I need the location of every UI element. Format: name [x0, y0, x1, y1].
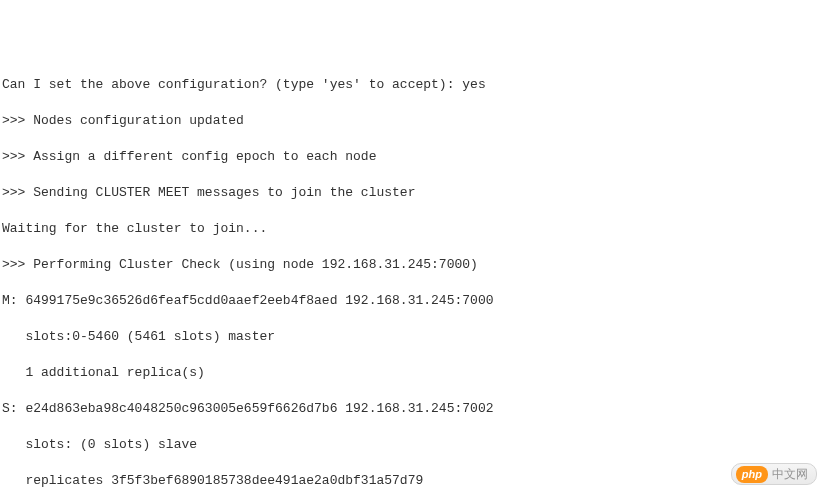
watermark-text: 中文网 [772, 465, 808, 483]
terminal-line: >>> Nodes configuration updated [2, 112, 825, 130]
terminal-line: Can I set the above configuration? (type… [2, 76, 825, 94]
terminal-line: replicates 3f5f3bef6890185738dee491ae2a0… [2, 472, 825, 490]
terminal-line: S: e24d863eba98c4048250c963005e659f6626d… [2, 400, 825, 418]
terminal-line: >>> Sending CLUSTER MEET messages to joi… [2, 184, 825, 202]
terminal-line: slots: (0 slots) slave [2, 436, 825, 454]
php-logo-icon: php [736, 466, 768, 483]
terminal-line: 1 additional replica(s) [2, 364, 825, 382]
terminal-line: M: 6499175e9c36526d6feaf5cdd0aaef2eeb4f8… [2, 292, 825, 310]
terminal-line: Waiting for the cluster to join... [2, 220, 825, 238]
watermark-badge: php 中文网 [731, 463, 817, 485]
terminal-line: >>> Assign a different config epoch to e… [2, 148, 825, 166]
terminal-line: >>> Performing Cluster Check (using node… [2, 256, 825, 274]
watermark-content: php 中文网 [731, 463, 817, 485]
terminal-line: slots:0-5460 (5461 slots) master [2, 328, 825, 346]
